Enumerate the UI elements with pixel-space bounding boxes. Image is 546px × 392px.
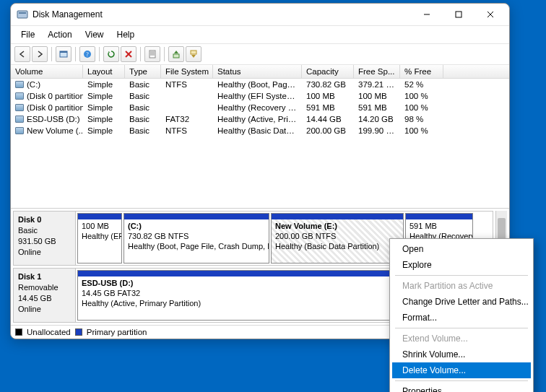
volume-percent-free: 52 % xyxy=(400,79,443,90)
partition-size: 591 MB xyxy=(410,222,469,232)
legend-label-unallocated: Unallocated xyxy=(27,328,71,336)
col-percent-free[interactable]: % Free xyxy=(400,65,443,78)
legend-label-primary: Primary partition xyxy=(87,328,147,336)
disk-kind: Basic xyxy=(18,225,71,236)
col-layout[interactable]: Layout xyxy=(83,65,125,78)
partition-stripe xyxy=(406,214,472,219)
toolbar: ? xyxy=(11,43,509,65)
volume-filesystem xyxy=(161,90,213,102)
volume-filesystem xyxy=(161,102,213,113)
volume-type: Basic xyxy=(125,113,161,125)
context-separator xyxy=(395,328,528,328)
window-controls xyxy=(411,4,506,25)
disk-info[interactable]: Disk 0Basic931.50 GBOnline xyxy=(14,212,76,265)
close-button[interactable] xyxy=(474,4,506,25)
disk-name: Disk 1 xyxy=(18,271,71,282)
minimize-button[interactable] xyxy=(411,4,443,25)
context-item[interactable]: Properties xyxy=(392,383,531,392)
svg-rect-17 xyxy=(191,51,196,54)
back-icon[interactable] xyxy=(14,46,30,62)
volume-free: 14.20 GB xyxy=(354,113,400,125)
refresh-icon[interactable] xyxy=(103,46,119,62)
toolbar-separator xyxy=(99,47,100,61)
col-capacity[interactable]: Capacity xyxy=(302,65,354,78)
volume-icon xyxy=(15,116,24,123)
svg-rect-16 xyxy=(173,54,179,58)
delete-icon[interactable] xyxy=(121,46,136,62)
volume-type: Basic xyxy=(125,125,161,136)
partition[interactable]: New Volume (E:)200.00 GB NTFSHealthy (Ba… xyxy=(271,213,404,263)
menu-action[interactable]: Action xyxy=(42,27,77,42)
partition-label: (C:) xyxy=(128,222,265,232)
menu-file[interactable]: File xyxy=(15,27,40,42)
partition-status: Healthy (Boot, Page File, Crash Dump, Ba… xyxy=(128,242,265,252)
partition-stripe xyxy=(124,214,269,219)
volume-name: New Volume (... xyxy=(27,126,83,135)
volume-filesystem: FAT32 xyxy=(161,113,213,125)
volume-row[interactable]: New Volume (...SimpleBasicNTFSHealthy (B… xyxy=(11,125,509,136)
svg-text:?: ? xyxy=(86,51,89,58)
svg-rect-0 xyxy=(17,11,27,18)
volume-icon xyxy=(15,127,24,134)
context-item[interactable]: Change Drive Letter and Paths... xyxy=(392,294,531,310)
volume-free: 379.21 GB xyxy=(354,79,400,90)
properties-icon[interactable] xyxy=(144,46,160,62)
context-item[interactable]: Delete Volume... xyxy=(392,362,531,378)
volume-capacity: 200.00 GB xyxy=(302,125,354,136)
app-icon xyxy=(17,9,28,20)
menu-help[interactable]: Help xyxy=(111,27,141,42)
disk-state: Online xyxy=(18,304,71,315)
volume-type: Basic xyxy=(125,90,161,102)
context-item: Mark Partition as Active xyxy=(392,278,531,294)
volume-column-headers: Volume Layout Type File System Status Ca… xyxy=(11,65,509,79)
disk-state: Online xyxy=(18,247,71,258)
green-up-icon[interactable] xyxy=(168,46,184,62)
volume-list: (C:)SimpleBasicNTFSHealthy (Boot, Page F… xyxy=(11,79,509,208)
volume-filesystem: NTFS xyxy=(161,125,213,136)
col-type[interactable]: Type xyxy=(125,65,161,78)
volume-capacity: 14.44 GB xyxy=(302,113,354,125)
volume-type: Basic xyxy=(125,102,161,113)
volume-free: 100 MB xyxy=(354,90,400,102)
help-icon[interactable]: ? xyxy=(79,46,95,62)
partition[interactable]: 100 MBHealthy (EFI S xyxy=(77,213,122,263)
toolbar-separator xyxy=(75,47,76,61)
context-item[interactable]: Shrink Volume... xyxy=(392,347,531,362)
maximize-button[interactable] xyxy=(443,4,474,25)
partition-stripe xyxy=(78,214,121,219)
col-free-space[interactable]: Free Sp... xyxy=(354,65,400,78)
volume-row[interactable]: ESD-USB (D:)SimpleBasicFAT32Healthy (Act… xyxy=(11,113,509,125)
col-status[interactable]: Status xyxy=(213,65,302,78)
svg-rect-3 xyxy=(456,12,462,17)
menu-view[interactable]: View xyxy=(79,27,110,42)
volume-row[interactable]: (Disk 0 partition 1)SimpleBasicHealthy (… xyxy=(11,90,509,102)
forward-icon[interactable] xyxy=(32,46,48,62)
volume-layout: Simple xyxy=(83,79,125,90)
context-item[interactable]: Format... xyxy=(392,310,531,326)
volume-percent-free: 100 % xyxy=(400,102,443,113)
partition-status: Healthy (EFI S xyxy=(82,232,118,242)
volume-name: ESD-USB (D:) xyxy=(27,115,79,123)
disk-name: Disk 0 xyxy=(18,214,71,225)
disk-info[interactable]: Disk 1Removable14.45 GBOnline xyxy=(14,269,76,322)
col-filesystem[interactable]: File System xyxy=(161,65,213,78)
volume-icon xyxy=(15,92,24,100)
context-separator xyxy=(395,380,528,381)
partition-size: 200.00 GB NTFS xyxy=(275,232,399,242)
yellow-down-icon[interactable] xyxy=(186,46,202,62)
context-item[interactable]: Explore xyxy=(392,257,531,273)
volume-name: (Disk 0 partition 5) xyxy=(27,103,83,112)
volume-filesystem: NTFS xyxy=(161,79,213,90)
volume-row[interactable]: (C:)SimpleBasicNTFSHealthy (Boot, Page F… xyxy=(11,79,509,90)
toolbar-separator xyxy=(140,47,141,61)
menu-bar: File Action View Help xyxy=(11,25,509,43)
disk-size: 14.45 GB xyxy=(18,293,71,304)
col-volume[interactable]: Volume xyxy=(11,65,83,78)
volume-layout: Simple xyxy=(83,102,125,113)
partition-size: 730.82 GB NTFS xyxy=(128,232,265,242)
partition[interactable]: (C:)730.82 GB NTFSHealthy (Boot, Page Fi… xyxy=(124,213,269,263)
console-icon[interactable] xyxy=(56,46,72,62)
toolbar-separator xyxy=(51,47,52,61)
volume-row[interactable]: (Disk 0 partition 5)SimpleBasicHealthy (… xyxy=(11,102,509,113)
context-item[interactable]: Open xyxy=(392,241,531,257)
